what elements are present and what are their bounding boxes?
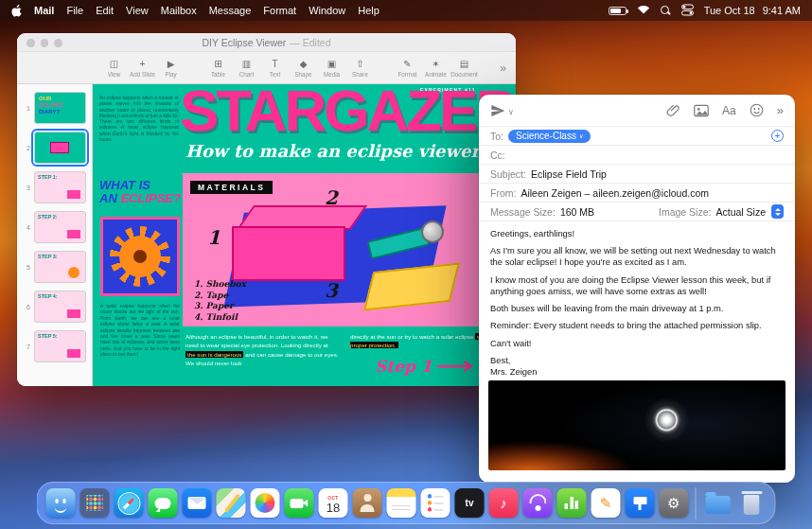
menu-items: FileEditViewMailboxMessageFormatWindowHe… xyxy=(66,5,380,16)
toolbar-overflow-icon[interactable]: » xyxy=(777,103,784,117)
apple-menu-icon[interactable] xyxy=(11,5,22,17)
wifi-icon[interactable] xyxy=(637,5,650,16)
battery-icon[interactable] xyxy=(609,7,627,15)
format-button[interactable]: ✎Format xyxy=(394,59,421,78)
dock-icon-contacts[interactable] xyxy=(353,488,382,518)
dock-icon-maps[interactable] xyxy=(217,488,246,518)
image-size-value[interactable]: Actual Size xyxy=(715,206,766,218)
dock-icon-music[interactable]: ♪ xyxy=(489,488,519,518)
to-field[interactable]: To: Science-Class∨ + xyxy=(479,127,795,146)
slide-thumbnail-2-selected[interactable]: 2 xyxy=(21,132,92,164)
toolbar-overflow-icon[interactable]: » xyxy=(500,62,506,75)
send-options-chevron-icon[interactable]: ∨ xyxy=(508,108,514,116)
media-icon: ▣ xyxy=(327,59,336,70)
message-size-value: 160 MB xyxy=(560,206,594,218)
slide-thumbnail-6[interactable]: 6 STEP 4: xyxy=(21,291,92,323)
from-field[interactable]: From: Aileen Zeigen – aileen.zeigen@iclo… xyxy=(479,184,795,203)
token-chevron-icon: ∨ xyxy=(579,132,583,139)
document-button[interactable]: ▤Document xyxy=(450,59,478,78)
slide-thumbnail-5[interactable]: 5 STEP 3: xyxy=(21,251,92,283)
body-paragraph: Both buses will be leaving from the main… xyxy=(490,303,784,314)
spotlight-search-icon[interactable] xyxy=(661,6,671,16)
add-recipient-button[interactable]: + xyxy=(771,130,784,142)
animate-icon: ✶ xyxy=(432,59,439,70)
attached-eclipse-photo[interactable] xyxy=(488,380,786,470)
tape-roll-illustration xyxy=(421,220,444,243)
dock-icon-calendar[interactable]: OCT18 xyxy=(319,488,348,518)
table-button[interactable]: ⊞Table xyxy=(204,59,232,78)
dock-icon-finder[interactable] xyxy=(46,488,76,518)
close-button[interactable] xyxy=(26,39,35,47)
dock-icon-reminders[interactable] xyxy=(421,488,450,518)
dock-icon-keynote[interactable] xyxy=(626,488,655,518)
menu-item-file[interactable]: File xyxy=(66,5,83,16)
play-button[interactable]: ▶Play xyxy=(157,59,185,78)
dock-divider xyxy=(696,487,697,520)
slide-canvas[interactable]: EXPERIMENT #11 An eclipse happens when a… xyxy=(93,84,516,386)
slide-thumbnail-4[interactable]: 4 STEP 2: xyxy=(21,211,92,243)
menu-item-message[interactable]: Message xyxy=(209,5,252,16)
cc-field[interactable]: Cc: xyxy=(479,146,795,165)
menu-bar-date[interactable]: Tue Oct 18 xyxy=(704,5,755,16)
animate-button[interactable]: ✶Animate xyxy=(422,59,450,78)
dock-icon-notes[interactable] xyxy=(387,488,416,518)
caution-text-column-1: Although an eclipse is beautiful, in ord… xyxy=(185,332,339,367)
menu-bar-time[interactable]: 9:41 AM xyxy=(763,5,801,16)
dock-icon-mail[interactable] xyxy=(183,488,212,518)
add-slide-button[interactable]: +Add Slide xyxy=(129,59,156,78)
body-paragraph: Can't wait! xyxy=(490,338,784,349)
subject-field[interactable]: Subject: Eclipse Field Trip xyxy=(479,165,795,184)
body-paragraph: Reminder: Every student needs to bring t… xyxy=(490,320,784,331)
dock-icon-pages[interactable]: ✎ xyxy=(591,488,621,518)
dock-icon-photos[interactable] xyxy=(251,488,280,518)
materials-panel: MATERIALS 1 2 3 4 1. Shoebox 2. Tape 3. … xyxy=(183,173,516,326)
insert-photo-icon[interactable] xyxy=(694,104,709,117)
slide-thumbnail-7[interactable]: 7 STEP 5: xyxy=(21,330,92,362)
slide-thumbnail-1[interactable]: 1 OURECLIPSEDIARY? xyxy=(21,92,92,124)
table-icon: ⊞ xyxy=(214,59,221,70)
dock-icon-numbers[interactable] xyxy=(557,488,587,518)
view-button[interactable]: ◫View xyxy=(100,59,128,78)
menu-item-help[interactable]: Help xyxy=(358,5,380,16)
slide-subtitle: How to make an eclipse viewer! xyxy=(185,141,487,161)
menu-item-edit[interactable]: Edit xyxy=(96,5,114,16)
body-paragraph: Greetings, earthlings! xyxy=(490,228,784,239)
recipient-token[interactable]: Science-Class∨ xyxy=(508,130,591,143)
slide-thumbnail-3[interactable]: 3 STEP 1: xyxy=(21,171,92,203)
thumb-shoebox-shape xyxy=(50,142,69,153)
share-button[interactable]: ⇧Share xyxy=(346,59,374,78)
attach-paperclip-icon[interactable] xyxy=(666,103,680,117)
body-paragraph: As I'm sure you all know, we will be set… xyxy=(490,245,784,268)
dock-icon-trash[interactable] xyxy=(737,488,767,518)
menu-item-view[interactable]: View xyxy=(126,5,149,16)
dock-icon-launchpad[interactable] xyxy=(80,488,110,518)
dock-icon-tv[interactable]: tv xyxy=(455,488,485,518)
menu-item-format[interactable]: Format xyxy=(263,5,296,16)
send-icon[interactable] xyxy=(490,103,505,118)
format-text-icon[interactable]: Aa xyxy=(722,104,736,117)
message-body[interactable]: Greetings, earthlings! As I'm sure you a… xyxy=(479,221,795,378)
signature-line: Best, xyxy=(490,355,784,366)
dock-icon-downloads[interactable] xyxy=(703,488,733,518)
menu-item-mailbox[interactable]: Mailbox xyxy=(161,5,197,16)
control-center-icon[interactable] xyxy=(681,4,694,18)
image-size-popup-stepper[interactable] xyxy=(771,204,784,219)
shape-icon: ◆ xyxy=(300,59,308,70)
active-app-name[interactable]: Mail xyxy=(34,5,54,16)
menu-item-window[interactable]: Window xyxy=(309,5,345,16)
emoji-icon[interactable] xyxy=(750,103,764,117)
dock-icon-facetime[interactable] xyxy=(285,488,314,518)
dock-icon-safari[interactable] xyxy=(115,488,144,518)
dock-icon-messages[interactable] xyxy=(149,488,178,518)
add-slide-icon: + xyxy=(140,59,146,70)
dock-icon-settings[interactable]: ⚙ xyxy=(660,488,689,518)
dock-icon-podcasts[interactable] xyxy=(523,488,553,518)
chart-button[interactable]: ▥Chart xyxy=(233,59,260,78)
text-button[interactable]: TText xyxy=(261,59,289,78)
media-button[interactable]: ▣Media xyxy=(318,59,345,78)
minimize-button[interactable] xyxy=(41,39,49,47)
zoom-button[interactable] xyxy=(54,39,62,47)
keynote-title-bar[interactable]: DIY Eclipse Viewer — Edited xyxy=(17,33,516,52)
slide-intro-text: An eclipse happens when a meteor or plan… xyxy=(99,96,179,143)
shape-button[interactable]: ◆Shape xyxy=(290,59,317,78)
